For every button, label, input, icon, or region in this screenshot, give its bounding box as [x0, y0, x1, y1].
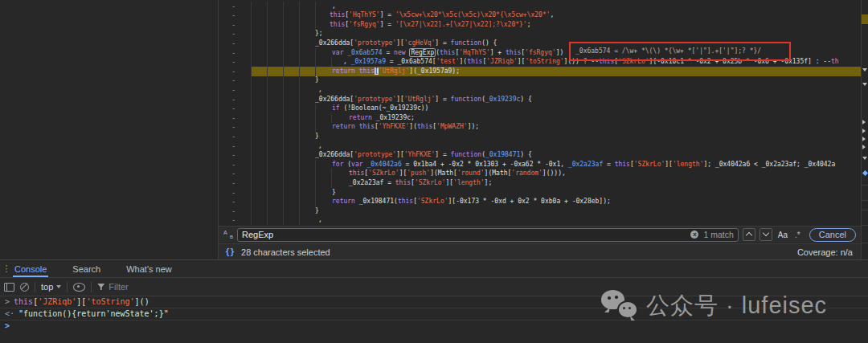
indent-guide	[283, 197, 284, 206]
gutter-line-marker[interactable]: -	[231, 160, 235, 169]
drawer-menu-icon[interactable]: ⋮	[0, 263, 13, 274]
code-line[interactable]: -return _0x198471(this['SZkrLo'][-0x173 …	[219, 197, 861, 206]
gutter-line-marker[interactable]: -	[231, 57, 235, 67]
indent-guide	[251, 39, 252, 48]
indent-guide	[299, 29, 300, 39]
pretty-print-icon[interactable]: {}	[225, 247, 235, 256]
gutter-line-marker[interactable]: -	[231, 39, 235, 48]
code-line[interactable]: -}	[219, 132, 861, 141]
code-token: ] =	[435, 151, 450, 158]
gutter-line-marker[interactable]: -	[231, 178, 235, 188]
code-line[interactable]: -_0x2a23af = this['SZkrLo']['length'];	[219, 178, 861, 188]
cancel-button[interactable]: Cancel	[809, 228, 856, 242]
code-line[interactable]: -return this['YhFKXE'](this['MpWAZH']);	[219, 122, 861, 132]
console-filter[interactable]: Filter	[97, 282, 128, 292]
code-line[interactable]: -,	[219, 215, 861, 225]
section-collapsed-icon[interactable]	[862, 129, 866, 133]
live-expression-icon[interactable]	[73, 283, 85, 292]
indent-guide	[299, 113, 300, 123]
clear-console-icon[interactable]	[20, 283, 29, 292]
devtools-screenshot: -,-this['HqThYS'] = '\x5cw+\x20*\x5c(\x5…	[0, 0, 868, 343]
code-token: ][	[396, 96, 404, 103]
gutter-line-marker[interactable]: -	[231, 188, 235, 198]
gutter-line-marker[interactable]: -	[231, 169, 235, 178]
code-line[interactable]: -return this['UtRglj'](_0x1957a9);	[219, 67, 861, 76]
code-line[interactable]: -for (var _0x4042a6 = 0x1ba4 + -0x2 * 0x…	[219, 160, 861, 169]
indent-guide	[283, 67, 284, 76]
previous-match-button[interactable]	[743, 228, 755, 241]
search-input[interactable]: RegExp x 1 match	[237, 228, 739, 242]
code-line[interactable]: -this['SZkrLo']['push'](Math['round'](Ma…	[219, 169, 861, 178]
tab-console[interactable]: Console	[13, 260, 48, 277]
clear-search-icon[interactable]: x	[690, 231, 698, 239]
section-collapsed-icon[interactable]	[862, 120, 866, 125]
code-token: _0x19239c;	[372, 114, 415, 121]
section-collapsed-icon[interactable]	[862, 137, 866, 141]
code-editor[interactable]: -,-this['HqThYS'] = '\x5cw+\x20*\x5c(\x5…	[219, 0, 861, 226]
section-expanded-icon[interactable]	[862, 157, 867, 160]
console-sidebar-icon[interactable]	[4, 283, 14, 292]
indent-guide	[315, 178, 316, 188]
code-line[interactable]: -if (!Boolean(~_0x19239c))	[219, 104, 861, 113]
indent-guide	[283, 206, 284, 216]
match-case-button[interactable]: Aa	[776, 231, 789, 239]
tab-search[interactable]: Search	[71, 260, 102, 277]
code-text: ,	[318, 215, 322, 225]
keyword-token: this	[615, 161, 630, 168]
regex-toggle-button[interactable]: .*	[793, 231, 802, 239]
code-line[interactable]: -};	[219, 29, 861, 39]
gutter-line-marker[interactable]: -	[231, 104, 235, 113]
string-token: 'length'	[453, 179, 485, 186]
indent-guide	[267, 132, 268, 141]
code-line[interactable]: -return _0x19239c;	[219, 113, 861, 123]
indent-guide	[299, 206, 300, 216]
indent-guide	[315, 57, 316, 67]
code-text: _0x266dda['prototype']['UtRglj'] = funct…	[315, 95, 532, 104]
gutter-line-marker[interactable]: -	[231, 20, 235, 30]
code-line[interactable]: -}	[219, 206, 861, 216]
section-expanded-icon[interactable]	[862, 83, 867, 86]
breakpoint-section-icon[interactable]	[862, 170, 867, 176]
gutter-line-marker[interactable]: -	[231, 122, 235, 132]
keyword-token: this	[506, 49, 521, 56]
code-line[interactable]: -_0x266dda['prototype']['YhFKXE'] = func…	[219, 150, 861, 160]
gutter-line-marker[interactable]: -	[231, 141, 235, 151]
gutter-line-marker[interactable]: -	[231, 206, 235, 216]
gutter-line-marker[interactable]: -	[231, 113, 235, 123]
indent-guide	[251, 10, 252, 20]
section-expanded-icon[interactable]	[862, 68, 867, 71]
console-result-value: "function(){return'newState';}"	[18, 308, 169, 320]
gutter-line-marker[interactable]: -	[231, 48, 235, 58]
code-line[interactable]: -this['fsRgyq'] = '[\x27|\x22].+[\x27|\x…	[219, 20, 861, 30]
keyword-token: th	[831, 58, 839, 65]
gutter-line-marker[interactable]: -	[231, 95, 235, 104]
gutter-line-marker[interactable]: -	[231, 215, 235, 225]
code-line[interactable]: -,	[219, 85, 861, 95]
collapsed-debugger-sidebar[interactable]	[861, 0, 868, 259]
gutter-line-marker[interactable]: -	[231, 2, 235, 11]
gutter-line-marker[interactable]: -	[231, 197, 235, 206]
execution-context-selector[interactable]: top	[41, 282, 61, 292]
section-collapsed-icon[interactable]	[862, 145, 866, 149]
code-token: ] +	[490, 49, 506, 56]
tab-whats-new[interactable]: What's new	[125, 260, 174, 277]
gutter-line-marker[interactable]: -	[231, 29, 235, 39]
code-token: }	[315, 76, 319, 84]
code-line[interactable]: -}	[219, 76, 861, 85]
gutter-line-marker[interactable]: -	[231, 150, 235, 160]
code-token: ] =	[380, 11, 395, 18]
gutter-line-marker[interactable]: -	[231, 85, 235, 95]
gutter-line-marker[interactable]: -	[231, 67, 235, 76]
code-line[interactable]: -_0x266dda['prototype']['UtRglj'] = func…	[219, 95, 861, 104]
next-match-button[interactable]	[760, 228, 772, 241]
gutter-line-marker[interactable]: -	[231, 10, 235, 20]
code-line[interactable]: -}	[219, 188, 861, 198]
gutter-line-marker[interactable]: -	[231, 76, 235, 85]
console-command: this['JZRiqb']['toString']()	[14, 296, 149, 308]
code-line[interactable]: -,	[219, 2, 861, 11]
code-line[interactable]: -,	[219, 141, 861, 151]
gutter-line-marker[interactable]: -	[231, 132, 235, 141]
find-mode-icon[interactable]: AB	[223, 230, 233, 239]
keyword-token: return	[349, 114, 372, 121]
code-line[interactable]: -this['HqThYS'] = '\x5cw+\x20*\x5c(\x5c)…	[219, 10, 861, 20]
